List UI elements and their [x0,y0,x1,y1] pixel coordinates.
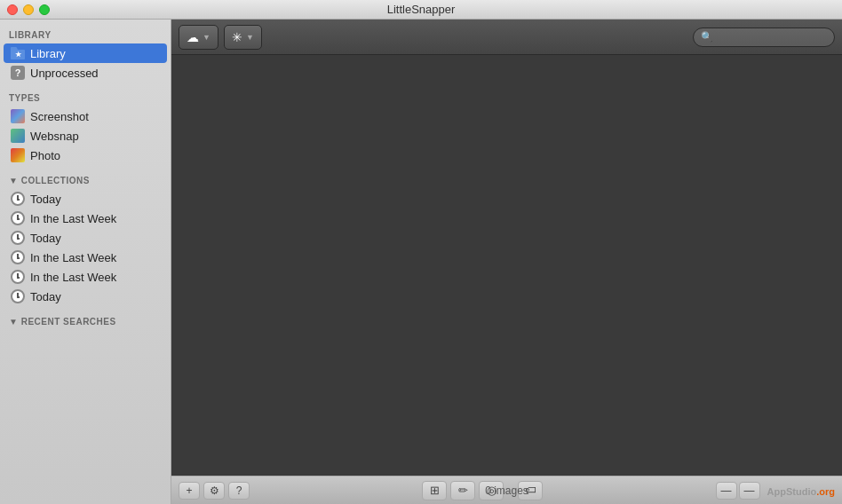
window-title: LittleSnapper [387,3,456,16]
images-count: 0 images [485,484,528,497]
recent-section-header: ▼ RECENT SEARCHES [0,311,171,330]
search-icon: 🔍 [701,31,713,43]
sidebar-item-collection-3[interactable]: In the Last Week [4,248,167,267]
edit-icon: ✏ [458,484,468,497]
collections-section-header: ▼ COLLECTIONS [0,170,171,189]
grid-view-button[interactable]: ⊞ [422,481,447,500]
types-section-header: TYPES [0,88,171,106]
appstudio-branding: AppStudio.org [767,483,835,499]
zoom-in-button[interactable]: — [739,482,760,500]
bottom-bar: + ⚙ ? ⊞ ✏ ◎ 🏷 [171,476,842,504]
content-area: ☁ ▼ ✳ ▼ 🔍 + ⚙ ? [171,20,842,504]
snowflake-dropdown-arrow: ▼ [246,33,254,42]
close-button[interactable] [7,4,18,15]
collections-arrow: ▼ [9,176,21,185]
main-layout: LIBRARY ★ Library ? Unprocessed TYPES [0,20,842,504]
content-main [171,55,842,476]
sidebar-item-unprocessed[interactable]: ? Unprocessed [4,63,167,83]
zoom-in-icon: — [744,484,755,497]
appstudio-name: AppStudio [767,486,817,497]
sidebar-item-photo[interactable]: Photo [4,146,167,165]
clock-icon-3 [11,250,25,264]
websnap-label: Websnap [30,130,79,143]
zoom-out-icon: — [721,484,732,497]
sidebar-item-collection-0[interactable]: Today [4,189,167,209]
svg-text:★: ★ [15,51,22,59]
collection-label-3: In the Last Week [30,251,116,264]
cloud-dropdown-arrow: ▼ [203,33,210,42]
sidebar-item-collection-2[interactable]: Today [4,228,167,248]
search-box[interactable]: 🔍 [693,28,835,47]
library-section-header: LIBRARY [0,25,171,43]
screenshot-label: Screenshot [30,110,89,123]
sidebar-item-screenshot[interactable]: Screenshot [4,106,167,126]
zoom-out-button[interactable]: — [716,482,737,500]
cloud-icon: ☁ [187,30,199,44]
clock-icon-4 [11,270,25,284]
library-icon: ★ [11,46,25,60]
photo-icon [11,148,25,162]
snowflake-button[interactable]: ✳ ▼ [224,25,262,50]
info-icon: ? [236,484,242,497]
sidebar: LIBRARY ★ Library ? Unprocessed TYPES [0,20,171,504]
collection-label-1: In the Last Week [30,212,116,225]
unprocessed-icon: ? [11,66,25,80]
collection-label-0: Today [30,193,61,206]
clock-icon-0 [11,192,25,206]
collection-label-5: Today [30,290,61,303]
recent-arrow: ▼ [9,317,21,327]
minimize-button[interactable] [23,4,34,15]
cloud-button[interactable]: ☁ ▼ [179,25,218,50]
unprocessed-label: Unprocessed [30,67,99,80]
info-button[interactable]: ? [228,482,250,500]
titlebar: LittleSnapper [0,0,842,20]
clock-icon-2 [11,231,25,245]
library-label: Library [30,47,66,60]
photo-label: Photo [30,149,60,162]
settings-button[interactable]: ⚙ [203,482,225,500]
search-input[interactable] [717,31,827,43]
sidebar-item-collection-4[interactable]: In the Last Week [4,267,167,287]
add-icon: + [186,484,192,497]
settings-icon: ⚙ [210,484,219,497]
traffic-lights [7,4,50,15]
collection-label-4: In the Last Week [30,271,116,284]
add-button[interactable]: + [179,482,200,500]
toolbar: ☁ ▼ ✳ ▼ 🔍 [171,20,842,55]
clock-icon-5 [11,289,25,303]
zoom-controls: — — [716,482,760,500]
screenshot-icon [11,109,25,123]
appstudio-suffix: .org [816,486,835,497]
sidebar-item-collection-5[interactable]: Today [4,287,167,306]
collection-label-2: Today [30,232,61,245]
sidebar-item-library[interactable]: ★ Library [4,43,167,63]
sidebar-item-collection-1[interactable]: In the Last Week [4,209,167,228]
maximize-button[interactable] [39,4,50,15]
edit-button[interactable]: ✏ [450,481,475,500]
snowflake-icon: ✳ [232,30,242,44]
clock-icon-1 [11,211,25,225]
websnap-icon [11,129,25,143]
grid-icon: ⊞ [430,484,440,497]
sidebar-item-websnap[interactable]: Websnap [4,126,167,146]
